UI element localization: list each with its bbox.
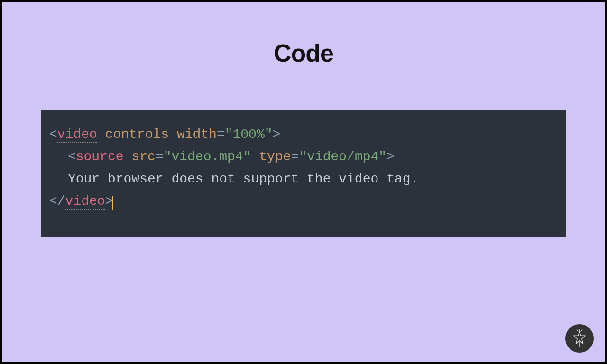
code-block[interactable]: <video controls width="100%"> <source sr… <box>41 110 566 237</box>
code-line-1: <video controls width="100%"> <box>49 123 558 146</box>
code-line-2: <source src="video.mp4" type="video/mp4"… <box>49 146 558 168</box>
code-line-4: </video> <box>49 190 558 212</box>
code-line-3: Your browser does not support the video … <box>49 168 558 190</box>
slide-title: Code <box>2 39 605 67</box>
text-cursor <box>112 196 113 210</box>
logo-icon <box>565 324 594 353</box>
